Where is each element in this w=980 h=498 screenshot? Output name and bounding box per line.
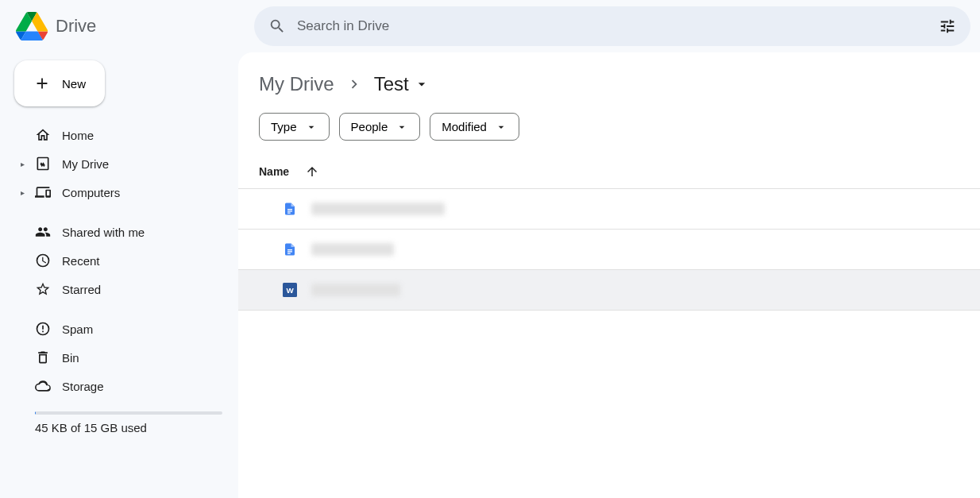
trash-icon	[35, 349, 51, 365]
breadcrumb: My Drive Test	[238, 73, 980, 95]
file-name	[311, 203, 445, 215]
file-name	[311, 284, 400, 296]
filter-label: People	[351, 120, 388, 133]
sidebar-item-shared[interactable]: Shared with me	[14, 218, 230, 246]
storage-bar-fill	[35, 411, 36, 415]
filters: TypePeopleModified	[238, 113, 980, 141]
sidebar-item-recent[interactable]: Recent	[14, 246, 230, 275]
sidebar-item-starred[interactable]: Starred	[14, 275, 230, 303]
chevron-right-icon	[345, 75, 363, 93]
sidebar-item-home[interactable]: Home	[14, 121, 230, 149]
drive-logo-icon	[16, 12, 48, 41]
sidebar-item-label: Starred	[62, 283, 101, 296]
caret-down-icon	[495, 121, 507, 133]
people-icon	[35, 224, 51, 240]
search-input[interactable]	[295, 17, 939, 35]
spam-icon	[35, 321, 51, 337]
sort-asc-icon[interactable]	[305, 164, 319, 179]
sidebar-item-bin[interactable]: Bin	[14, 343, 230, 372]
list-header-name[interactable]: Name	[259, 165, 289, 178]
caret-down-icon	[305, 121, 318, 133]
filter-modified[interactable]: Modified	[430, 113, 519, 141]
sidebar-item-storage[interactable]: Storage	[14, 372, 230, 400]
sidebar-item-label: Bin	[62, 351, 79, 365]
sidebar-item-spam[interactable]: Spam	[14, 315, 230, 343]
sidebar-item-label: Computers	[62, 186, 120, 199]
search-icon	[268, 17, 286, 35]
sidebar-item-label: Spam	[62, 322, 93, 336]
breadcrumb-root[interactable]: My Drive	[259, 73, 334, 95]
expand-icon: ▸	[21, 188, 25, 197]
search-options-icon[interactable]	[939, 17, 956, 35]
new-button[interactable]: New	[14, 60, 105, 106]
filter-people[interactable]: People	[339, 113, 421, 141]
caret-down-icon	[395, 121, 408, 133]
drive-icon	[35, 156, 51, 172]
caret-down-icon	[414, 76, 430, 92]
word-file-icon: W	[283, 283, 297, 297]
file-row[interactable]	[238, 189, 980, 230]
logo-area[interactable]: Drive	[16, 12, 238, 41]
file-row[interactable]	[238, 230, 980, 270]
gdoc-file-icon	[283, 242, 297, 257]
main-panel: My Drive Test TypePeopleModified Name	[238, 52, 980, 498]
search-bar[interactable]	[254, 6, 970, 46]
filter-label: Modified	[442, 120, 487, 133]
gdoc-file-icon	[283, 202, 297, 216]
new-button-label: New	[62, 77, 86, 91]
filter-type[interactable]: Type	[259, 113, 330, 141]
app-name: Drive	[56, 16, 96, 37]
expand-icon: ▸	[21, 160, 25, 168]
topbar: Drive	[0, 0, 980, 52]
breadcrumb-current[interactable]: Test	[374, 73, 430, 95]
storage-text: 45 KB of 15 GB used	[14, 421, 230, 434]
cloud-icon	[35, 378, 51, 394]
home-icon	[35, 127, 51, 143]
computers-icon	[35, 184, 51, 200]
file-name	[311, 243, 394, 256]
sidebar-item-label: My Drive	[62, 157, 109, 171]
svg-text:W: W	[286, 286, 294, 295]
storage-bar	[35, 411, 222, 415]
clock-icon	[35, 253, 51, 268]
star-icon	[35, 281, 51, 297]
file-row[interactable]: W	[238, 270, 980, 311]
sidebar-item-label: Home	[62, 129, 94, 142]
sidebar-item-label: Shared with me	[62, 226, 145, 239]
file-list: W	[238, 189, 980, 311]
sidebar: New Home▸My Drive▸Computers Shared with …	[0, 52, 238, 498]
sidebar-item-computers[interactable]: ▸Computers	[14, 178, 230, 207]
sidebar-item-label: Recent	[62, 254, 100, 268]
sidebar-item-mydrive[interactable]: ▸My Drive	[14, 149, 230, 178]
plus-icon	[33, 75, 51, 92]
list-header: Name	[238, 158, 980, 189]
filter-label: Type	[271, 120, 297, 133]
sidebar-item-label: Storage	[62, 380, 104, 393]
